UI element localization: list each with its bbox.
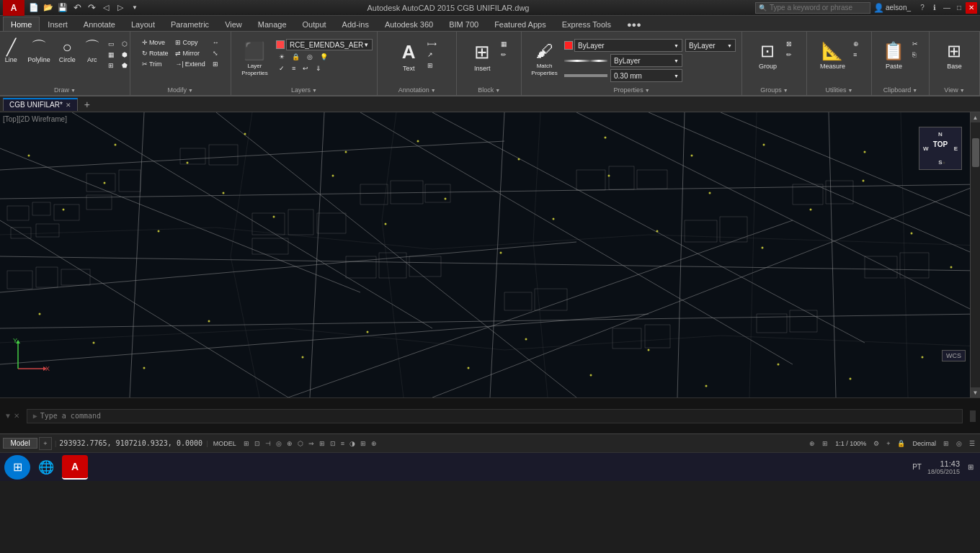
isolate-button[interactable]: ◎: [954, 437, 964, 450]
ungroup-button[interactable]: ⊠: [783, 39, 795, 49]
utilities-group-label[interactable]: Utilities▼: [810, 85, 868, 95]
lineweight-status-button[interactable]: ≡: [339, 437, 347, 450]
measure-button[interactable]: 📐 Measure: [816, 37, 849, 73]
tab-autodesk360[interactable]: Autodesk 360: [377, 17, 441, 31]
info-icon[interactable]: ℹ: [929, 2, 940, 14]
block-group-label[interactable]: Block▼: [460, 85, 518, 95]
quickprop-button[interactable]: ⊞: [358, 437, 368, 450]
match-layer-button[interactable]: ≡: [289, 63, 298, 73]
modify-group-label[interactable]: Modify▼: [133, 85, 228, 95]
new-file-button[interactable]: 📄: [27, 1, 40, 14]
linetype-dropdown[interactable]: ByLayer ▼: [610, 54, 682, 67]
scroll-down-button[interactable]: ▼: [971, 387, 981, 397]
draw-group-label[interactable]: Draw▼: [3, 85, 127, 95]
region-button[interactable]: ⬢: [119, 50, 130, 60]
polar-button[interactable]: ◎: [274, 437, 284, 450]
annotation-monitor-button[interactable]: ⊕: [807, 437, 817, 450]
line-tool-button[interactable]: ╱ Line: [0, 37, 22, 66]
ortho-button[interactable]: ⊣: [263, 437, 273, 450]
groups-group-label[interactable]: Groups▼: [745, 85, 803, 95]
units-display[interactable]: Decimal: [910, 437, 938, 450]
rotate-button[interactable]: ↻ Rotate: [139, 48, 172, 58]
trim-button[interactable]: ✂ Trim: [139, 59, 172, 69]
move-button[interactable]: ✛ Move: [139, 37, 172, 48]
insert-block-button[interactable]: ⊞ Insert: [468, 37, 496, 76]
tab-parametric[interactable]: Parametric: [163, 17, 217, 31]
mirror-button[interactable]: ⇌ Mirror: [172, 48, 208, 58]
lock-layer-button[interactable]: 🔒: [289, 52, 303, 62]
table-button[interactable]: ⊞: [424, 60, 440, 71]
qat-dropdown[interactable]: ▼: [128, 1, 141, 14]
clipboard-group-label[interactable]: Clipboard▼: [875, 85, 926, 95]
stretch-button[interactable]: ↔: [210, 37, 222, 48]
circle-tool-button[interactable]: ○ Circle: [55, 37, 79, 66]
layer-properties-button[interactable]: ⬛ Layer Properties: [236, 37, 274, 80]
hatch-button[interactable]: ▦: [105, 50, 117, 60]
open-file-button[interactable]: 📂: [42, 1, 55, 14]
quick-calc-button[interactable]: ≡: [850, 50, 862, 60]
settings-button[interactable]: ⚙: [871, 437, 881, 450]
tab-more[interactable]: ●●●: [619, 17, 649, 31]
annotation-group-label[interactable]: Annotation▼: [380, 85, 453, 95]
arc-tool-button[interactable]: ⌒ Arc: [81, 37, 104, 66]
dimension-button[interactable]: ⟼: [424, 39, 440, 49]
paste-button[interactable]: 📋 Paste: [879, 37, 908, 73]
notification-area[interactable]: ⊞: [966, 461, 976, 474]
group-edit-button[interactable]: ✏: [783, 50, 795, 60]
layer-walk-button[interactable]: ⇓: [313, 63, 324, 73]
v-scroll-thumb[interactable]: [972, 138, 979, 167]
tab-layout[interactable]: Layout: [123, 17, 163, 31]
make-current-button[interactable]: ✓: [276, 63, 288, 73]
vertical-scrollbar[interactable]: ▲ ▼: [970, 112, 980, 397]
transparency-button[interactable]: ◑: [347, 437, 357, 450]
tab-output[interactable]: Output: [295, 17, 334, 31]
cut-button[interactable]: ✂: [909, 39, 921, 49]
new-tab-button[interactable]: +: [81, 98, 94, 111]
forward-button[interactable]: ▷: [114, 1, 127, 14]
color-dropdown[interactable]: ByLayer ▼: [574, 39, 682, 52]
array-button[interactable]: ⊞: [210, 59, 222, 69]
tab-manage[interactable]: Manage: [250, 17, 295, 31]
command-scrollbar[interactable]: [970, 410, 976, 422]
layer-isolate-button[interactable]: ◎: [304, 52, 316, 62]
save-button[interactable]: 💾: [56, 1, 69, 14]
rectangle-button[interactable]: ▭: [105, 39, 117, 49]
scale-display[interactable]: 1:1 / 100%: [833, 437, 868, 450]
tab-view[interactable]: View: [217, 17, 250, 31]
polyline-tool-button[interactable]: ⌒ Polyline: [24, 37, 54, 66]
properties-group-label[interactable]: Properties▼: [525, 85, 739, 95]
hardware-accel-button[interactable]: ⊞: [941, 437, 951, 450]
add-layout-button[interactable]: +: [39, 437, 52, 450]
tab-insert[interactable]: Insert: [40, 17, 76, 31]
layer-dropdown[interactable]: RCE_EMENDAS_AER ▼: [286, 39, 373, 50]
autocad-taskbar-button[interactable]: A: [62, 455, 88, 480]
plus-button[interactable]: +: [884, 437, 892, 450]
grid-button[interactable]: ⊡: [252, 437, 262, 450]
bylayer-dropdown[interactable]: ByLayer ▼: [685, 39, 736, 52]
tab-annotate[interactable]: Annotate: [76, 17, 123, 31]
leader-button[interactable]: ↗: [424, 50, 440, 60]
otrack-button[interactable]: ⇒: [306, 437, 316, 450]
tab-express[interactable]: Express Tools: [554, 17, 619, 31]
wipeout-button[interactable]: ⬟: [119, 60, 130, 71]
snap-button[interactable]: ⊞: [241, 437, 251, 450]
freeze-layer-button[interactable]: ☀: [276, 52, 288, 62]
navigation-cube[interactable]: N W E S TOP: [915, 127, 966, 199]
base-view-button[interactable]: ⊞ Base: [940, 37, 968, 73]
windows-start-button[interactable]: ⊞: [4, 455, 30, 480]
extend-button[interactable]: →| Extend: [172, 59, 208, 69]
copy-button[interactable]: ⊞ Copy: [172, 37, 208, 48]
gradient-button[interactable]: ⊞: [105, 60, 117, 71]
chrome-button[interactable]: 🌐: [33, 455, 59, 480]
search-box[interactable]: 🔍 Type a keyword or phrase: [755, 2, 870, 14]
ducs-button[interactable]: ⊞: [317, 437, 327, 450]
3dosnap-button[interactable]: ⬡: [295, 437, 306, 450]
minimize-button[interactable]: —: [941, 2, 953, 14]
viewport[interactable]: [Top][2D Wireframe] N W E S TOP WCS X Y …: [0, 112, 980, 397]
tab-featured[interactable]: Featured Apps: [486, 17, 554, 31]
id-button[interactable]: ⊕: [850, 39, 862, 49]
previous-layer-button[interactable]: ↩: [300, 63, 311, 73]
back-button[interactable]: ◁: [99, 1, 112, 14]
copy-clipboard-button[interactable]: ⎘: [909, 50, 921, 60]
close-button[interactable]: ✕: [966, 2, 977, 14]
